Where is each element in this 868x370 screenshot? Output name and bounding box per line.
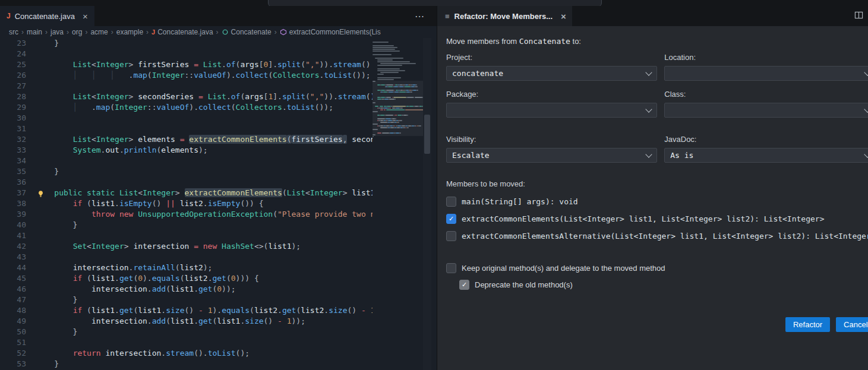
line-number: 44 <box>0 263 26 273</box>
command-center-searchbox[interactable] <box>268 0 602 6</box>
breadcrumb-label: org <box>72 28 82 36</box>
code-line[interactable]: 37 public static List<Integer> extractCo… <box>0 188 373 198</box>
code-text: } <box>26 359 59 369</box>
code-line[interactable]: 33 System.out.println(elements); <box>0 145 373 156</box>
code-line[interactable]: 25 List<Integer> firstSeries = List.of(a… <box>0 59 373 70</box>
breadcrumb-item[interactable]: main <box>27 28 42 36</box>
breadcrumb-item[interactable]: org <box>72 28 82 36</box>
code-line[interactable]: 51 <box>0 337 373 348</box>
panel-tab-bar: ≡ Refactor: Move Members... × ⋯ <box>437 6 868 26</box>
breadcrumb-label: acme <box>90 28 108 36</box>
code-line[interactable]: 32 List<Integer> elements = extractCommo… <box>0 134 373 145</box>
refactor-button[interactable]: Refactor <box>785 317 830 332</box>
code-line[interactable]: 23 } <box>0 38 373 49</box>
member-row: ✓extractCommonElements(List<Integer> lis… <box>446 214 868 224</box>
webview-icon: ≡ <box>445 12 450 21</box>
breadcrumb-item[interactable]: JConcatenate.java <box>151 28 213 36</box>
code-editor[interactable]: 23 }2425 List<Integer> firstSeries = Lis… <box>0 38 373 370</box>
code-line[interactable]: 39 throw new UnsupportedOperationExcepti… <box>0 209 373 220</box>
code-line[interactable]: 27 <box>0 81 373 91</box>
project-select[interactable]: concatenate <box>446 66 657 81</box>
breadcrumb-separator: › <box>21 28 24 36</box>
code-text <box>26 49 36 59</box>
code-line[interactable]: 50 } <box>0 327 373 337</box>
code-line[interactable]: 24 <box>0 49 373 59</box>
class-select[interactable] <box>664 103 868 118</box>
editor-scrollbar[interactable] <box>423 38 431 370</box>
tab-concatenate-java[interactable]: J Concatenate.java × <box>0 6 94 26</box>
scrollbar-thumb[interactable] <box>424 115 430 154</box>
member-checkbox[interactable]: ✓ <box>446 197 456 207</box>
line-number: 42 <box>0 241 26 252</box>
minimap[interactable] <box>373 38 423 370</box>
panel-tab-close-icon[interactable]: × <box>561 11 566 21</box>
minimap-slider[interactable] <box>373 81 423 136</box>
code-line[interactable]: 35 } <box>0 166 373 177</box>
editor-group: J Concatenate.java × ⋯ src›main›java›org… <box>0 6 437 370</box>
package-select[interactable] <box>446 103 657 118</box>
code-text: } <box>26 295 77 305</box>
code-line[interactable]: 44 intersection.retainAll(list2); <box>0 263 373 273</box>
code-text <box>26 124 36 134</box>
breadcrumb-item[interactable]: java <box>50 28 64 36</box>
code-line[interactable]: 42 Set<Integer> intersection = new HashS… <box>0 241 373 252</box>
editor-tab-bar: J Concatenate.java × ⋯ <box>0 6 437 26</box>
visibility-select[interactable]: Escalate <box>446 148 657 163</box>
code-line[interactable]: 36 <box>0 177 373 188</box>
deprecate-old-label: Deprecate the old method(s) <box>475 280 573 289</box>
code-line[interactable]: 29 │ .map(Integer::valueOf).collect(Coll… <box>0 102 373 113</box>
code-line[interactable]: 38 if (list1.isEmpty() || list2.isEmpty(… <box>0 198 373 209</box>
member-checkbox[interactable]: ✓ <box>446 231 456 241</box>
breadcrumb-item[interactable]: example <box>116 28 143 36</box>
code-line[interactable]: 53 } <box>0 359 373 369</box>
javadoc-select[interactable]: As is <box>664 148 868 163</box>
code-line[interactable]: 26 │ │ │ .map(Integer::valueOf).collect(… <box>0 70 373 81</box>
deprecate-old-checkbox[interactable]: ✓ <box>459 280 469 290</box>
breadcrumb-label: src <box>9 28 18 36</box>
visibility-field: Visibility:Escalate <box>446 135 657 163</box>
breadcrumb-separator: › <box>146 28 149 36</box>
code-line[interactable]: 45 if (list1.get(0).equals(list2.get(0))… <box>0 273 373 284</box>
code-line[interactable]: 47 } <box>0 295 373 305</box>
line-number: 41 <box>0 230 26 241</box>
code-line[interactable]: 46 intersection.add(list1.get(0)); <box>0 284 373 295</box>
code-line[interactable]: 41 <box>0 230 373 241</box>
code-line[interactable]: 43 <box>0 252 373 263</box>
member-row: ✓extractCommonElementsAlternative(List<I… <box>446 231 868 241</box>
breadcrumb-item[interactable]: Concatenate <box>222 28 272 36</box>
code-line[interactable]: 31 <box>0 124 373 134</box>
code-line[interactable]: 34 <box>0 156 373 166</box>
lightbulb-icon[interactable] <box>37 189 45 197</box>
cancel-button[interactable]: Cancel <box>836 317 868 332</box>
code-line[interactable]: 52 return intersection.stream().toList()… <box>0 348 373 359</box>
method-icon <box>280 29 287 36</box>
code-text: List<Integer> secondSeries = List.of(arg… <box>26 91 373 102</box>
tab-close-icon[interactable]: × <box>83 11 88 21</box>
breadcrumb-item[interactable]: src <box>9 28 18 36</box>
line-number: 47 <box>0 295 26 305</box>
javadoc-label: JavaDoc: <box>664 135 868 144</box>
code-line[interactable]: 30 <box>0 113 373 124</box>
code-line[interactable]: 40 } <box>0 220 373 230</box>
panel-tab-label: Refactor: Move Members... <box>454 12 553 21</box>
code-text: intersection.add(list1.get(list1.size() … <box>26 316 305 327</box>
code-line[interactable]: 28 List<Integer> secondSeries = List.of(… <box>0 91 373 102</box>
keep-original-label: Keep original method(s) and delegate to … <box>462 264 665 273</box>
code-line[interactable]: 49 intersection.add(list1.get(list1.size… <box>0 316 373 327</box>
breadcrumb-item[interactable]: acme <box>90 28 108 36</box>
keep-original-checkbox[interactable]: ✓ <box>446 263 456 273</box>
split-editor-icon[interactable] <box>854 11 863 22</box>
member-checkbox[interactable]: ✓ <box>446 214 456 224</box>
tab-refactor-move-members[interactable]: ≡ Refactor: Move Members... × <box>437 6 572 26</box>
location-select[interactable] <box>664 66 868 81</box>
code-text <box>26 156 36 166</box>
code-line[interactable]: 48 if (list1.get(list1.size() - 1).equal… <box>0 305 373 316</box>
line-number: 30 <box>0 113 26 124</box>
members-label: Members to be moved: <box>446 179 868 188</box>
breadcrumb-label: java <box>50 28 64 36</box>
editor-actions-ellipsis-icon[interactable]: ⋯ <box>415 11 425 22</box>
member-label: main(String[] args): void <box>462 197 578 206</box>
line-number: 26 <box>0 70 26 81</box>
location-label: Location: <box>664 53 868 62</box>
breadcrumb-item[interactable]: extractCommonElements(Lis <box>280 28 381 36</box>
